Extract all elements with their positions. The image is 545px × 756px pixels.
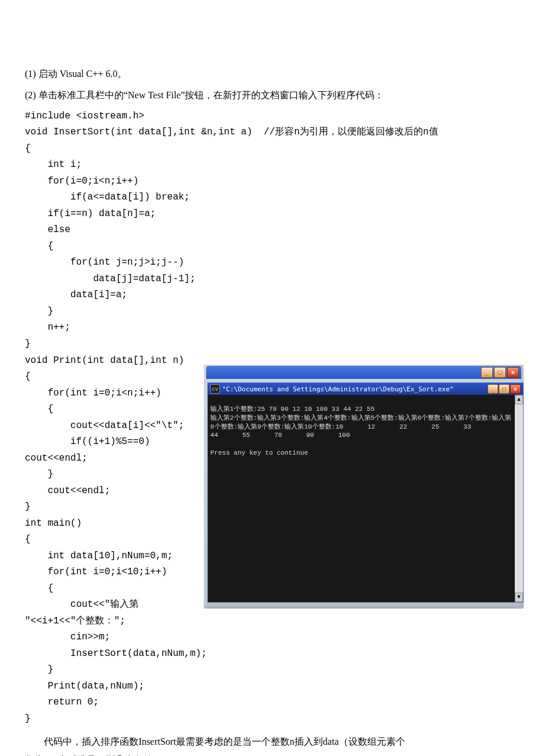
step-2-suffix: ”按钮，在新打开的文档窗口输入下列程序代码：	[181, 90, 384, 100]
out-num: 33	[463, 423, 495, 432]
step-1: (1) 启动 Visual C++ 6.0。	[25, 65, 520, 83]
step-2: (2) 单击标准工具栏中的“New Test File”按钮，在新打开的文档窗口…	[25, 86, 520, 104]
maximize-button[interactable]: □	[494, 367, 506, 378]
scroll-down-icon[interactable]: ▼	[515, 593, 523, 602]
window-title: "C:\Documents and Settings\Administrator…	[222, 385, 485, 393]
step-1-prefix: (1) 启动	[25, 69, 60, 79]
out-num: 10	[335, 423, 367, 432]
step-2-roman: New Test File	[128, 90, 181, 100]
out-num: 12	[367, 423, 399, 432]
step-1-suffix: 。	[117, 69, 127, 79]
out-num: 44	[210, 431, 242, 440]
close-button[interactable]: ×	[507, 367, 519, 378]
out-num: 55	[242, 431, 274, 440]
scrollbar[interactable]: ▲ ▼	[515, 395, 523, 602]
inner-close-button[interactable]: ×	[510, 384, 521, 394]
term-press-key: Press any key to continue	[210, 449, 308, 456]
out-num: 100	[338, 431, 370, 440]
cmd-icon: cv	[210, 384, 220, 394]
outer-titlebar: _ □ ×	[206, 366, 521, 379]
out-num: 22	[399, 423, 431, 432]
out-num: 90	[306, 431, 338, 440]
term-line-1: 输入第1个整数:25 78 90 12 10 100 33 44 22 55	[210, 406, 374, 413]
inner-titlebar: cv "C:\Documents and Settings\Administra…	[208, 383, 523, 395]
explanation-line-2: 数为n）中时满足下列几个条件：	[25, 751, 520, 756]
inner-maximize-button[interactable]: □	[499, 384, 509, 394]
terminal-output: 输入第1个整数:25 78 90 12 10 100 33 44 22 55 输…	[208, 395, 515, 602]
step-1-roman: Visual C++ 6.0	[60, 69, 118, 79]
step-2-prefix: (2) 单击标准工具栏中的“	[25, 90, 128, 100]
inner-minimize-button[interactable]: _	[488, 384, 498, 394]
scroll-up-icon[interactable]: ▲	[515, 395, 523, 404]
out-num: 25	[431, 423, 463, 432]
console-window: cv "C:\Documents and Settings\Administra…	[207, 382, 524, 603]
explanation-line-1: 代码中，插入排序函数InsertSort最需要考虑的是当一个整数n插入到data…	[25, 733, 520, 751]
out-num: 78	[274, 431, 306, 440]
screenshot-console: _ □ × ↖ cv "C:\Documents and Settings\Ad…	[204, 365, 524, 609]
minimize-button[interactable]: _	[481, 367, 493, 378]
scroll-track[interactable]	[515, 404, 523, 593]
